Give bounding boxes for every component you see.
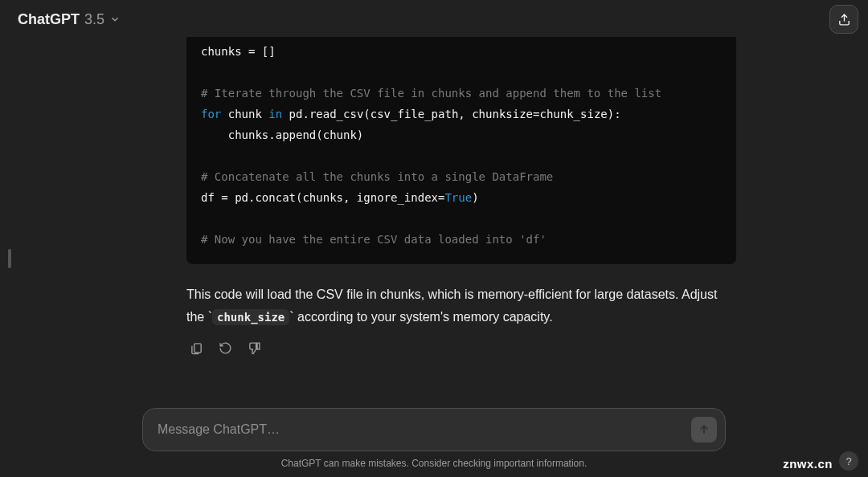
inline-code: chunk_size (212, 309, 289, 325)
code-line: chunks = [] (201, 41, 722, 62)
model-version: 3.5 (84, 11, 104, 28)
share-button[interactable] (829, 5, 858, 34)
assistant-text: This code will load the CSV file in chun… (186, 283, 736, 328)
regenerate-button[interactable] (215, 338, 235, 357)
code-comment: # Concatenate all the chunks into a sing… (201, 170, 553, 183)
code-literal: True (444, 191, 472, 204)
code-block: # Create an empty list to store the chun… (186, 37, 736, 264)
send-button[interactable] (691, 417, 717, 442)
message-content: # Create an empty list to store the chun… (186, 37, 736, 357)
sidebar-scroll-indicator (8, 249, 11, 268)
code-line: chunks.append(chunk) (201, 124, 722, 145)
arrow-up-icon (698, 423, 710, 436)
code-comment: # Now you have the entire CSV data loade… (201, 233, 547, 246)
model-selector[interactable]: ChatGPT 3.5 (10, 6, 129, 33)
code-keyword: in (268, 108, 282, 120)
watermark: znwx.cn (783, 457, 833, 471)
help-icon: ? (845, 455, 851, 467)
thumbs-down-icon (248, 341, 261, 355)
message-input-area (142, 408, 726, 451)
clipboard-icon (190, 341, 203, 355)
share-icon (837, 13, 851, 26)
chevron-down-icon (109, 14, 121, 25)
copy-button[interactable] (186, 338, 206, 357)
code-comment: # Iterate through the CSV file in chunks… (201, 87, 661, 100)
model-name: ChatGPT (18, 11, 80, 28)
help-button[interactable]: ? (839, 451, 858, 471)
code-keyword: for (201, 108, 221, 120)
dislike-button[interactable] (244, 338, 264, 357)
message-actions (186, 338, 736, 357)
svg-rect-0 (194, 343, 201, 352)
disclaimer-text: ChatGPT can make mistakes. Consider chec… (0, 458, 868, 469)
refresh-icon (219, 341, 232, 355)
message-input[interactable] (158, 422, 691, 437)
